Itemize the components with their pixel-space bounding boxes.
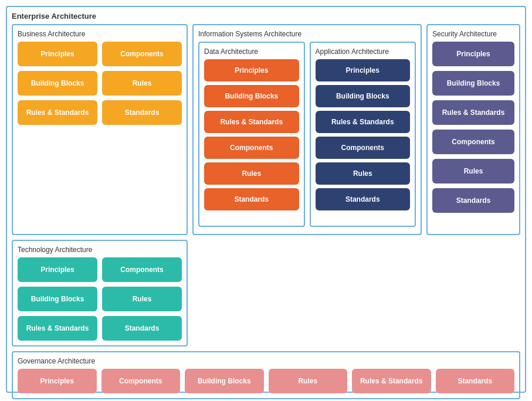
data-building-blocks[interactable]: Building Blocks: [204, 85, 299, 107]
data-rules[interactable]: Rules: [204, 162, 299, 185]
business-rules[interactable]: Rules: [102, 71, 182, 96]
info-systems-label: Information Systems Architecture: [198, 30, 416, 38]
tech-label: Technology Architecture: [18, 246, 182, 254]
tech-rules[interactable]: Rules: [102, 287, 182, 311]
security-building-blocks[interactable]: Building Blocks: [432, 71, 514, 96]
business-standards[interactable]: Standards: [102, 100, 182, 125]
security-label: Security Architecture: [432, 30, 514, 38]
business-principles[interactable]: Principles: [18, 42, 97, 66]
application-architecture: Application Architecture Principles Buil…: [310, 42, 416, 227]
governance-label: Governance Architecture: [18, 357, 514, 365]
gov-rules[interactable]: Rules: [269, 369, 348, 393]
data-rules-standards[interactable]: Rules & Standards: [204, 111, 299, 133]
business-rules-standards[interactable]: Rules & Standards: [18, 100, 97, 125]
gov-building-blocks[interactable]: Building Blocks: [185, 369, 264, 393]
app-label: Application Architecture: [316, 47, 411, 56]
data-architecture: Data Architecture Principles Building Bl…: [198, 42, 305, 227]
tech-grid: Principles Components Building Blocks Ru…: [18, 257, 182, 341]
business-building-blocks[interactable]: Building Blocks: [18, 71, 97, 96]
info-inner: Data Architecture Principles Building Bl…: [198, 42, 416, 227]
security-standards[interactable]: Standards: [432, 188, 514, 213]
app-components[interactable]: Components: [316, 137, 411, 159]
data-grid: Principles Building Blocks Rules & Stand…: [204, 59, 299, 210]
app-rules-standards[interactable]: Rules & Standards: [316, 111, 411, 133]
gov-principles[interactable]: Principles: [18, 369, 97, 393]
app-grid: Principles Building Blocks Rules & Stand…: [316, 59, 411, 210]
data-standards[interactable]: Standards: [204, 188, 299, 210]
business-grid: Principles Components Building Blocks Ru…: [18, 42, 182, 125]
security-rules[interactable]: Rules: [432, 159, 514, 183]
enterprise-architecture-container: Enterprise Architecture Business Archite…: [6, 6, 526, 393]
governance-architecture: Governance Architecture Principles Compo…: [12, 351, 520, 399]
business-label: Business Architecture: [18, 30, 182, 38]
gov-standards[interactable]: Standards: [436, 369, 515, 393]
data-components[interactable]: Components: [204, 137, 299, 159]
business-architecture: Business Architecture Principles Compone…: [12, 24, 188, 235]
security-components[interactable]: Components: [432, 130, 514, 154]
enterprise-title: Enterprise Architecture: [12, 12, 520, 21]
security-principles[interactable]: Principles: [432, 42, 514, 66]
tech-principles[interactable]: Principles: [18, 257, 97, 282]
data-label: Data Architecture: [204, 47, 299, 56]
top-section: Business Architecture Principles Compone…: [12, 24, 520, 235]
tech-standards[interactable]: Standards: [102, 316, 182, 341]
tech-building-blocks[interactable]: Building Blocks: [18, 287, 97, 311]
gov-rules-standards[interactable]: Rules & Standards: [352, 369, 431, 393]
governance-grid: Principles Components Building Blocks Ru…: [18, 369, 514, 393]
middle-section: Technology Architecture Principles Compo…: [12, 240, 520, 346]
data-principles[interactable]: Principles: [204, 59, 299, 81]
security-grid: Principles Building Blocks Rules & Stand…: [432, 42, 514, 213]
app-standards[interactable]: Standards: [316, 188, 411, 210]
security-rules-standards[interactable]: Rules & Standards: [432, 100, 514, 125]
app-principles[interactable]: Principles: [316, 59, 411, 81]
app-rules[interactable]: Rules: [316, 162, 411, 185]
tech-components[interactable]: Components: [102, 257, 182, 282]
technology-architecture: Technology Architecture Principles Compo…: [12, 240, 188, 346]
app-building-blocks[interactable]: Building Blocks: [316, 85, 411, 107]
gov-components[interactable]: Components: [101, 369, 181, 393]
business-components[interactable]: Components: [102, 42, 182, 66]
info-systems-architecture: Information Systems Architecture Data Ar…: [192, 24, 422, 235]
tech-rules-standards[interactable]: Rules & Standards: [18, 316, 97, 341]
security-architecture: Security Architecture Principles Buildin…: [426, 24, 520, 235]
